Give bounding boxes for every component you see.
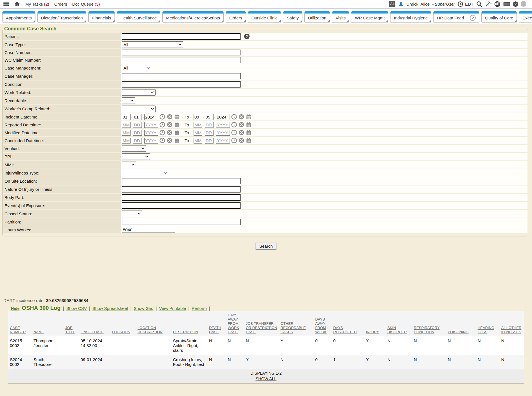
case-number-input[interactable] [122, 50, 241, 55]
dd-input[interactable] [133, 138, 142, 144]
tab-quality-of-care[interactable]: Quality of Care [481, 11, 517, 23]
dd-input[interactable] [205, 114, 214, 120]
show-all-link[interactable]: SHOW ALL [255, 377, 276, 381]
col-injury[interactable]: INJURY [364, 311, 386, 336]
col-location[interactable]: LOCATION [110, 311, 136, 336]
partition-input[interactable] [122, 219, 241, 225]
mm-input[interactable] [122, 114, 131, 120]
help-icon[interactable]: ? [513, 1, 518, 7]
calendar-icon[interactable] [246, 129, 252, 136]
tab-medications-allergies-scripts[interactable]: Medications/Allergies/Scripts [162, 11, 224, 23]
col-other-recordable-cases[interactable]: OTHER RECORDABLE CASES [279, 311, 313, 336]
nav-orders[interactable]: Orders [54, 2, 67, 6]
show-grid-link[interactable]: Show Grid [134, 306, 153, 311]
view-printable-link[interactable]: View Printable [159, 306, 186, 311]
clear-icon[interactable] [238, 114, 244, 120]
nav-my-tasks[interactable]: My Tasks (2) [25, 2, 49, 6]
verified-select[interactable] [122, 145, 146, 152]
dd-input[interactable] [133, 114, 142, 120]
dd-input[interactable] [205, 138, 214, 144]
yyyy-input[interactable] [144, 114, 158, 120]
col-location-description[interactable]: LOCATION DESCRIPTION [136, 311, 171, 336]
col-job-title[interactable]: JOB TITLE [64, 311, 79, 336]
calendar-icon[interactable] [174, 129, 180, 136]
search-button[interactable]: Search [255, 243, 277, 250]
recordable-select[interactable] [122, 97, 135, 104]
tab-utilization[interactable]: Utilization [304, 11, 330, 23]
calendar-icon[interactable] [174, 137, 180, 144]
col-days-away-from-work[interactable]: DAYS AWAY FROM WORK [313, 311, 331, 336]
yyyy-input[interactable] [144, 130, 158, 136]
hide-link[interactable]: Hide [11, 306, 19, 311]
nav-doc-queue[interactable]: Doc Queue (3) [72, 2, 100, 6]
perform-link[interactable]: Perform [192, 306, 206, 311]
clock-icon[interactable] [231, 114, 237, 120]
condition-input[interactable] [122, 81, 241, 88]
home-icon[interactable] [14, 1, 20, 7]
dd-input[interactable] [205, 122, 214, 128]
timezone-label[interactable]: EDT [465, 2, 473, 6]
clock-icon[interactable] [457, 1, 463, 7]
hours-worked-input[interactable] [122, 227, 175, 233]
mm-input[interactable] [122, 130, 131, 136]
wc-claim-number-input[interactable] [122, 57, 241, 63]
calendar-icon[interactable] [246, 114, 252, 120]
clock-icon[interactable] [231, 137, 237, 144]
mm-input[interactable] [122, 122, 131, 128]
worker-s-comp-related-select[interactable] [122, 106, 156, 112]
calendar-icon[interactable] [174, 114, 180, 120]
clear-icon[interactable] [167, 129, 173, 136]
mm-input[interactable] [194, 130, 202, 136]
col-respiratory-condition[interactable]: RESPIRATORY CONDITION [412, 311, 446, 336]
col-days-away-from-work-case[interactable]: DAYS AWAY FROM WORK CASE [226, 311, 244, 336]
clear-icon[interactable] [167, 114, 173, 120]
clear-icon[interactable] [238, 129, 244, 136]
user-icon[interactable] [398, 1, 404, 7]
tab-dictation-transcription[interactable]: Dictation/Transcription [37, 11, 87, 23]
clear-icon[interactable] [238, 137, 244, 144]
tab-health-surveillance[interactable]: Health Surveillance [117, 11, 160, 23]
col-hearing-loss[interactable]: HEARING LOSS [476, 311, 500, 336]
mm-input[interactable] [194, 122, 202, 128]
ppi-select[interactable] [122, 153, 150, 160]
calendar-icon[interactable] [174, 122, 180, 128]
clear-icon[interactable] [167, 137, 173, 144]
col-description[interactable]: DESCRIPTION [171, 311, 207, 336]
yyyy-input[interactable] [216, 114, 230, 120]
yyyy-input[interactable] [216, 130, 230, 136]
tab-executive[interactable]: Executive [519, 11, 532, 23]
case-management-select[interactable]: All [122, 65, 151, 71]
on-site-location-input[interactable] [122, 178, 241, 184]
clock-icon[interactable] [159, 114, 165, 120]
case-type-select[interactable]: All [122, 41, 183, 48]
mm-input[interactable] [122, 138, 131, 144]
mmi-select[interactable] [122, 162, 136, 168]
clock-icon[interactable] [159, 122, 165, 128]
tab-appointments[interactable]: Appointments [2, 11, 35, 23]
event-s-of-exposure-input[interactable] [122, 202, 241, 209]
clock-icon[interactable] [231, 129, 237, 136]
mm-input[interactable] [194, 138, 202, 144]
yyyy-input[interactable] [144, 138, 158, 144]
dd-input[interactable] [205, 130, 214, 136]
show-csv-link[interactable]: Show CSV [66, 306, 87, 311]
keyboard-icon[interactable] [503, 1, 510, 7]
col-days-restricted[interactable]: DAYS RESTRICTED [332, 311, 364, 336]
clock-icon[interactable] [159, 129, 165, 136]
dd-input[interactable] [133, 122, 142, 128]
case-manager-input[interactable] [122, 73, 241, 79]
col-job-transfer-or-restriction-case[interactable]: JOB TRANSFER OR RESTRICTION CASE [244, 311, 279, 336]
work-related-select[interactable] [122, 89, 156, 96]
user-name[interactable]: Uhrick, Alice [407, 2, 430, 6]
calendar-icon[interactable] [246, 122, 252, 128]
tab-safety[interactable]: Safety [283, 11, 302, 23]
clear-icon[interactable] [238, 122, 244, 128]
col-death-case[interactable]: DEATH CASE [207, 311, 226, 336]
col-all-other-illnesses[interactable]: ALL OTHER ILLNESSES [500, 311, 524, 336]
clear-icon[interactable] [167, 122, 173, 128]
calendar-icon[interactable] [246, 137, 252, 144]
clock-icon[interactable] [231, 122, 237, 128]
globe-icon[interactable] [494, 1, 500, 7]
tab-wr-case-mgmt[interactable]: WR Case Mgmt [351, 11, 388, 23]
col-poisoning[interactable]: POISONING [446, 311, 476, 336]
